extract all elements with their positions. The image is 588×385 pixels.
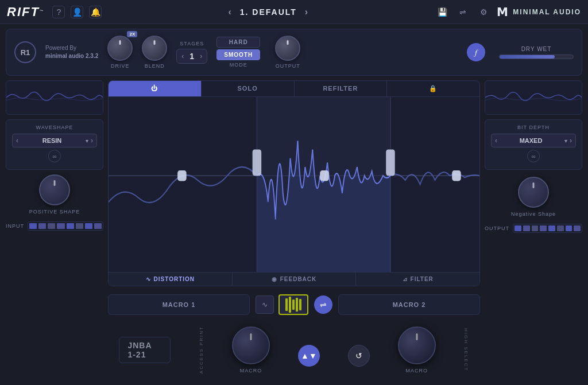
macro-center: ∿ [256,294,308,315]
macro-knob-2[interactable] [398,326,436,364]
negative-shape-group: Negative Shape [485,177,582,217]
prev-preset-button[interactable]: ‹ [228,7,231,17]
svg-rect-6 [177,170,187,181]
user-button[interactable]: 👤 [71,6,83,18]
drywet-slider[interactable] [499,55,574,59]
tab-distortion[interactable]: ∿ DISTORTION [109,273,233,286]
bitdepth-link-icon[interactable]: ∞ [527,150,540,162]
positive-shape-knob[interactable] [39,174,70,205]
bottom-refresh-button[interactable]: ↺ [348,345,370,367]
r1-badge: R1 [14,41,36,63]
meter-bar-4 [57,223,64,229]
positive-shape-group: POSITIVE SHAPE [6,174,103,215]
blend-knob[interactable] [142,36,167,61]
out-bar-7 [566,225,572,231]
out-bar-2 [523,225,530,231]
drive-knob-wrapper: 2X [107,36,133,61]
waveshape-next[interactable]: › [91,137,93,145]
mode-smooth-button[interactable]: SMOOTH [216,49,260,60]
main-content: R1 Powered By minimal audio 2.3.2 2X DRI… [0,24,588,385]
input-meter [28,221,103,231]
tab-solo[interactable]: SOLO [202,81,295,96]
bitdepth-dropdown[interactable]: ▾ [564,138,567,144]
next-preset-button[interactable]: › [305,7,308,17]
2x-badge: 2X [127,31,137,37]
stages-value: 1 [187,52,196,61]
preset-name: 1. DEFAULT [240,7,297,17]
macro-row: MACRO 1 ∿ ⇌ MACRO 2 [108,291,480,318]
tab-lock[interactable]: 🔒 [387,81,479,96]
powered-text: Powered By minimal audio 2.3.2 [45,44,98,60]
feedback-label: FEEDBACK [280,276,317,282]
waveshape-selector[interactable]: ‹ RESIN ▾ › [12,134,97,147]
save-button[interactable]: 💾 [435,5,450,20]
power-icon: ⏻ [151,85,158,92]
waveshape-name: RESIN [21,137,83,144]
bitdepth-selector[interactable]: ‹ MAXED ▾ › [491,134,576,147]
bitdepth-prev[interactable]: ‹ [495,137,497,145]
tab-refilter[interactable]: REFILTER [295,81,388,96]
out-bar-1 [514,225,521,231]
mode-hard-button[interactable]: HARD [216,37,260,48]
negative-shape-label: Negative Shape [511,211,556,217]
settings-button[interactable]: ⚙ [476,5,491,20]
left-panel: WAVESHAPE ‹ RESIN ▾ › ∞ POSITIVE SHAPE I… [6,80,103,380]
out-bar-4 [540,225,547,231]
output-knob[interactable] [275,36,300,61]
tab-feedback[interactable]: ◉ FEEDBACK [233,273,357,286]
meter-bar-7 [85,223,92,229]
bottom-knobs-row: JNBA 1-21 ACCESS PRINT MACRO ▲▼ ↺ MACRO … [108,323,480,380]
stages-label: STAGES [180,41,204,46]
waveshape-prev[interactable]: ‹ [16,137,18,145]
input-label: INPUT [6,223,24,229]
app-logo: RIFT~ [7,5,44,20]
meter-bar-5 [67,223,74,229]
macro1-button[interactable]: MACRO 1 [108,294,250,315]
meter-bar-1 [29,223,37,229]
stages-next-button[interactable]: › [200,52,202,60]
negative-shape-knob[interactable] [518,177,549,208]
brand-name: MINIMAL AUDIO [513,8,581,16]
meter-bar-2 [38,223,46,229]
macro-knob-1[interactable] [232,326,270,364]
waveshape-dropdown[interactable]: ▾ [86,138,88,144]
top-center: ‹ 1. DEFAULT › [228,7,308,17]
out-bar-6 [557,225,564,231]
left-side-label: ACCESS PRINT [199,326,204,374]
bitdepth-label: BIT DEPTH [491,125,576,130]
distortion-label: DISTORTION [154,276,195,282]
controls-row: R1 Powered By minimal audio 2.3.2 2X DRI… [6,29,582,76]
randomize-button[interactable]: ⇌ [455,5,470,20]
waveform-toggle-button[interactable]: ∿ [256,295,274,314]
drywet-label: DRY WET [521,46,552,52]
tab-power[interactable]: ⏻ [109,81,202,96]
drive-knob[interactable] [107,36,133,61]
shuffle-button[interactable]: ⇌ [314,295,332,314]
oscilloscope-button[interactable] [278,294,308,315]
viz-tabs: ⏻ SOLO REFILTER 🔒 [109,81,479,97]
feedback-icon: ◉ [272,276,277,282]
out-bar-5 [548,225,555,231]
filter-icon: ⊿ [403,276,408,282]
distortion-icon: ∿ [146,276,151,282]
positive-shape-label: POSITIVE SHAPE [29,209,80,215]
svg-rect-10 [386,150,395,176]
stages-prev-button[interactable]: ‹ [181,52,184,60]
stages-group: STAGES ‹ 1 › [176,41,207,64]
link-icon[interactable]: ∞ [48,150,61,162]
fx-button[interactable]: 𝑓 [467,43,485,61]
bitdepth-next[interactable]: › [570,137,572,145]
output-label: OUTPUT [276,63,300,69]
macro2-button[interactable]: MACRO 2 [338,294,480,315]
notification-button[interactable]: 🔔 [89,6,102,18]
svg-rect-0 [6,81,103,114]
tab-filter[interactable]: ⊿ FILTER [356,273,479,286]
bottom-waveform-button[interactable]: ▲▼ [298,345,320,367]
input-label-row: INPUT [6,221,103,231]
macro-knob-2-group: MACRO [398,326,436,374]
brand-logo: 𝗠 MINIMAL AUDIO [497,5,581,19]
blend-label: BLEND [145,63,165,69]
output-label-row: OUTPUT [485,224,582,233]
help-button[interactable]: ? [52,6,65,18]
svg-rect-11 [485,81,582,114]
